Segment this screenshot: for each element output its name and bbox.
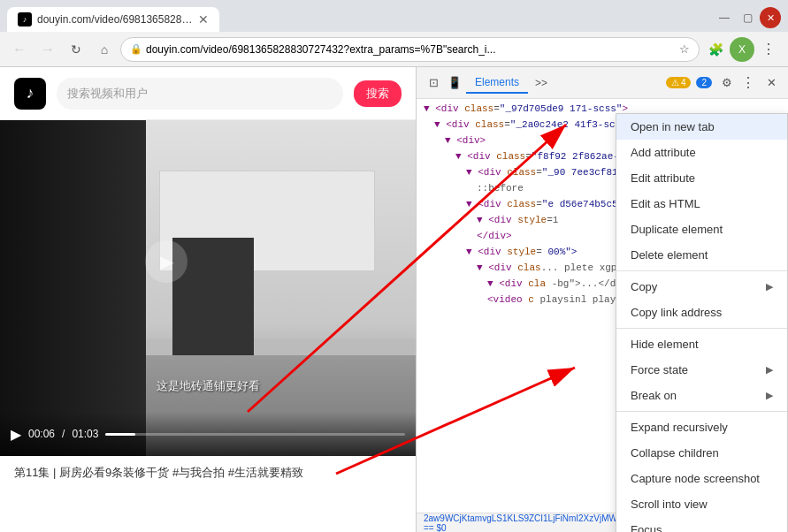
refresh-button[interactable]: ↻ <box>64 37 88 62</box>
force-state-arrow-icon: ▶ <box>766 364 773 376</box>
menu-item-hide-element[interactable]: Hide element <box>616 331 787 357</box>
copy-arrow-icon: ▶ <box>766 281 773 293</box>
menu-item-edit-as-html[interactable]: Edit as HTML <box>616 191 787 217</box>
menu-item-delete-element[interactable]: Delete element <box>616 242 787 268</box>
maximize-icon[interactable]: ▢ <box>737 7 758 28</box>
profile-icon[interactable]: X <box>730 37 754 62</box>
play-overlay-icon: ▶ <box>145 240 187 283</box>
menu-item-copy-link[interactable]: Copy link address <box>616 300 787 325</box>
device-icon[interactable]: 📱 <box>445 73 464 93</box>
browser-window: ♪ douyin.com/video/698136582883... ✕ — ▢… <box>0 0 788 532</box>
video-controls: ▶ 00:06 / 01:03 <box>0 412 416 456</box>
menu-item-force-state[interactable]: Force state ▶ <box>616 357 787 383</box>
time-separator: / <box>62 428 65 440</box>
lock-icon: 🔒 <box>130 43 142 55</box>
back-button[interactable]: ← <box>7 37 32 62</box>
tab-favicon: ♪ <box>18 12 32 27</box>
alert-badge: ⚠ 4 <box>666 77 692 88</box>
menu-item-capture-screenshot[interactable]: Capture node screenshot <box>616 466 787 491</box>
inspect-icon[interactable]: ⊡ <box>424 73 443 93</box>
search-bar[interactable]: 搜索视频和用户 <box>57 78 343 110</box>
webpage: ♪ 搜索视频和用户 搜索 <box>0 67 416 532</box>
video-description: 第11集 | 厨房必看9条装修干货 #与我合拍 #生活就要精致 <box>0 456 416 490</box>
close-browser-icon[interactable]: ✕ <box>760 7 781 28</box>
dark-panel <box>0 120 146 456</box>
address-bar[interactable]: 🔒 douyin.com/video/6981365828830727432?e… <box>120 37 700 62</box>
more-options-icon[interactable]: ⋮ <box>738 73 758 93</box>
tab-bar: ♪ douyin.com/video/698136582883... ✕ — ▢… <box>0 0 788 32</box>
tiktok-logo: ♪ <box>14 78 46 110</box>
menu-item-duplicate-element[interactable]: Duplicate element <box>616 217 787 242</box>
close-devtools-icon[interactable]: ✕ <box>761 73 781 93</box>
devtools-toolbar: ⊡ 📱 Elements >> ⚠ 4 2 ⚙ ⋮ ✕ <box>417 67 788 99</box>
site-header: ♪ 搜索视频和用户 搜索 <box>0 67 416 120</box>
nav-right-icons: 🧩 X ⋮ <box>703 37 781 62</box>
main-area: ♪ 搜索视频和用户 搜索 <box>0 67 788 532</box>
tab-elements[interactable]: Elements <box>466 72 528 94</box>
menu-item-open-new-tab[interactable]: Open in new tab <box>616 114 787 140</box>
menu-item-scroll-into-view[interactable]: Scroll into view <box>616 491 787 517</box>
message-badge: 2 <box>696 77 712 88</box>
star-icon[interactable]: ☆ <box>679 42 690 56</box>
menu-item-collapse-children[interactable]: Collapse children <box>616 440 787 466</box>
nav-bar: ← → ↻ ⌂ 🔒 douyin.com/video/6981365828830… <box>0 32 788 67</box>
video-bg <box>0 120 416 456</box>
menu-divider-2 <box>616 328 787 329</box>
extensions-icon[interactable]: 🧩 <box>703 37 728 62</box>
alert-count: 4 <box>681 78 686 87</box>
progress-fill <box>105 433 135 436</box>
address-text: douyin.com/video/6981365828830727432?ext… <box>146 43 676 56</box>
menu-item-copy[interactable]: Copy ▶ <box>616 274 787 300</box>
search-placeholder: 搜索视频和用户 <box>67 86 333 102</box>
minimize-icon[interactable]: — <box>714 7 735 28</box>
video-current-time: 00:06 <box>28 428 55 440</box>
menu-item-break-on[interactable]: Break on ▶ <box>616 383 787 408</box>
context-menu: Open in new tab Add attribute Edit attri… <box>616 113 788 532</box>
more-menu-icon[interactable]: ⋮ <box>756 37 781 62</box>
kitchen-area <box>146 120 417 456</box>
tab-title: douyin.com/video/698136582883... <box>37 13 193 26</box>
menu-item-expand-recursively[interactable]: Expand recursively <box>616 414 787 440</box>
video-subtitle: 这是地砖通铺更好看 <box>157 378 260 394</box>
settings-icon[interactable]: ⚙ <box>717 73 737 93</box>
menu-divider-1 <box>616 270 787 271</box>
play-button[interactable]: ▶ <box>11 426 21 443</box>
menu-item-edit-attribute[interactable]: Edit attribute <box>616 165 787 191</box>
devtools-panel: ⊡ 📱 Elements >> ⚠ 4 2 ⚙ ⋮ ✕ ▼ <div class… <box>416 67 788 532</box>
menu-divider-3 <box>616 411 787 412</box>
home-button[interactable]: ⌂ <box>92 37 117 62</box>
browser-controls: — ▢ ✕ <box>714 7 781 32</box>
forward-button[interactable]: → <box>35 37 60 62</box>
menu-item-focus[interactable]: Focus <box>616 517 787 532</box>
active-tab[interactable]: ♪ douyin.com/video/698136582883... ✕ <box>7 7 219 32</box>
video-total-time: 01:03 <box>72 428 98 440</box>
tab-close-icon[interactable]: ✕ <box>198 12 209 27</box>
search-button[interactable]: 搜索 <box>354 80 402 107</box>
menu-item-add-attribute[interactable]: Add attribute <box>616 140 787 165</box>
alert-icon: ⚠ <box>671 78 679 87</box>
break-on-arrow-icon: ▶ <box>766 390 773 401</box>
more-tabs-icon[interactable]: >> <box>530 73 553 93</box>
video-container: ▶ 这是地砖通铺更好看 ▶ 00:06 / 01:03 <box>0 120 416 456</box>
progress-bar[interactable] <box>105 433 405 436</box>
